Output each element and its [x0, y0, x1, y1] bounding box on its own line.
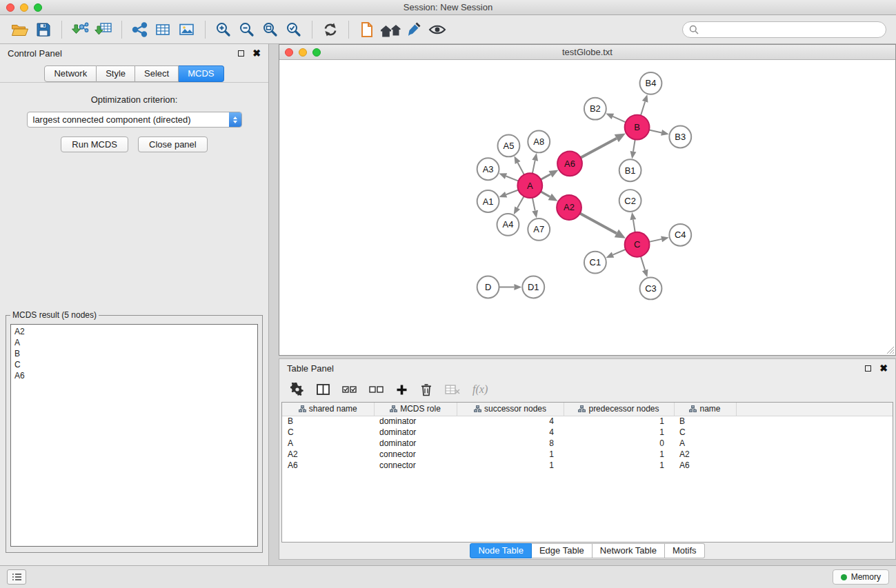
node-C3[interactable]: C3 [640, 278, 662, 300]
export-image-button[interactable] [175, 19, 199, 41]
table-row[interactable]: Adominator80A [282, 438, 893, 449]
tab-network-table[interactable]: Network Table [593, 543, 665, 558]
node-A1[interactable]: A1 [477, 190, 499, 212]
edge-A-A3[interactable] [499, 173, 518, 181]
edge-A6-B[interactable] [581, 134, 626, 158]
memory-button[interactable]: Memory [833, 569, 889, 585]
node-B3[interactable]: B3 [669, 126, 691, 148]
home-overview-button[interactable] [379, 19, 402, 41]
float-panel-icon[interactable] [238, 50, 244, 57]
node-C1[interactable]: C1 [584, 252, 606, 274]
close-panel-icon[interactable]: ✖ [252, 50, 261, 57]
mcds-result-item[interactable]: A2 [14, 326, 254, 337]
zoom-network-button[interactable] [312, 48, 321, 57]
delete-column-button[interactable] [420, 383, 432, 396]
mcds-result-item[interactable]: B [14, 348, 254, 359]
table-row[interactable]: Bdominator41B [282, 416, 893, 427]
dropdown-stepper-icon[interactable] [229, 112, 241, 127]
node-B2[interactable]: B2 [584, 98, 606, 120]
close-window-button[interactable] [6, 3, 14, 12]
node-A3[interactable]: A3 [477, 158, 499, 180]
node-D[interactable]: D [477, 276, 499, 298]
export-table-button[interactable] [152, 19, 175, 41]
edge-A-A1[interactable] [499, 190, 518, 197]
tab-edge-table[interactable]: Edge Table [532, 543, 593, 558]
edge-A-A6[interactable] [541, 170, 558, 179]
tab-motifs[interactable]: Motifs [665, 543, 705, 558]
run-mcds-button[interactable]: Run MCDS [61, 136, 128, 152]
tab-network[interactable]: Network [44, 65, 97, 82]
column-layout-button[interactable] [317, 384, 330, 395]
node-A4[interactable]: A4 [497, 214, 519, 236]
zoom-selected-button[interactable] [282, 19, 306, 41]
column-header-predecessor-nodes[interactable]: predecessor nodes [564, 403, 674, 416]
node-A7[interactable]: A7 [528, 219, 550, 241]
close-network-button[interactable] [285, 48, 293, 57]
function-builder-button[interactable]: f(x) [472, 383, 488, 396]
node-C4[interactable]: C4 [669, 224, 691, 246]
save-session-button[interactable] [32, 19, 55, 41]
edge-B-B2[interactable] [606, 114, 626, 123]
mcds-result-item[interactable]: A [14, 337, 254, 348]
table-row[interactable]: A2connector11A2 [282, 449, 893, 460]
refresh-layout-button[interactable] [319, 19, 342, 41]
minimize-window-button[interactable] [20, 3, 28, 12]
tab-style[interactable]: Style [97, 65, 135, 82]
zoom-out-button[interactable] [235, 19, 259, 41]
float-table-panel-icon[interactable] [865, 365, 871, 372]
deselect-all-button[interactable] [369, 385, 384, 394]
edge-A-A8[interactable] [532, 153, 538, 174]
zoom-window-button[interactable] [34, 3, 42, 12]
tab-mcds[interactable]: MCDS [179, 65, 223, 82]
style-brush-button[interactable] [402, 19, 426, 41]
network-graph[interactable]: B4B2BB3A5A8A6B1A3AA1C2A2A4A7C4C1CC3DD1 [279, 60, 895, 355]
node-A6[interactable]: A6 [557, 151, 582, 176]
node-D1[interactable]: D1 [522, 276, 544, 298]
node-B4[interactable]: B4 [640, 72, 662, 94]
node-A5[interactable]: A5 [498, 134, 520, 156]
criterion-dropdown[interactable]: largest connected component (directed) [27, 112, 242, 128]
mcds-result-list[interactable]: A2ABCA6 [10, 324, 258, 547]
import-table-file-button[interactable] [92, 19, 115, 41]
tab-node-table[interactable]: Node Table [470, 543, 532, 558]
node-A8[interactable]: A8 [528, 131, 550, 153]
edge-C-C4[interactable] [649, 236, 669, 242]
column-header-successor-nodes[interactable]: successor nodes [457, 403, 564, 416]
zoom-fit-button[interactable] [259, 19, 282, 41]
show-hide-eye-button[interactable] [426, 19, 449, 41]
node-C[interactable]: C [625, 232, 650, 257]
mcds-result-item[interactable]: C [14, 359, 254, 370]
table-row[interactable]: Cdominator41C [282, 427, 893, 438]
edge-A-A7[interactable] [532, 198, 538, 219]
search-box[interactable] [682, 21, 886, 38]
node-A2[interactable]: A2 [557, 195, 581, 220]
resize-grip-icon[interactable] [886, 346, 895, 354]
node-A[interactable]: A [517, 173, 542, 198]
close-table-panel-icon[interactable]: ✖ [879, 365, 888, 372]
edge-A-A2[interactable] [541, 192, 558, 201]
edge-B-B1[interactable] [630, 139, 637, 159]
import-network-file-button[interactable] [68, 19, 92, 41]
show-panels-button[interactable] [7, 569, 26, 585]
close-panel-button[interactable]: Close panel [138, 136, 208, 152]
minimize-network-button[interactable] [299, 48, 307, 57]
session-document-button[interactable] [355, 19, 379, 41]
network-canvas[interactable]: B4B2BB3A5A8A6B1A3AA1C2A2A4A7C4C1CC3DD1 [279, 60, 895, 355]
table-settings-button[interactable] [290, 383, 304, 396]
node-C2[interactable]: C2 [619, 190, 641, 212]
column-header-shared-name[interactable]: shared name [282, 403, 374, 416]
zoom-in-button[interactable] [212, 19, 235, 41]
mcds-result-item[interactable]: A6 [14, 370, 254, 381]
open-session-button[interactable] [8, 19, 32, 41]
tab-select[interactable]: Select [135, 65, 179, 82]
edge-D-D1[interactable] [499, 284, 522, 290]
select-all-button[interactable] [342, 385, 357, 394]
table-row[interactable]: A6connector11A6 [282, 460, 893, 471]
edge-B-B3[interactable] [649, 130, 669, 136]
edge-C-C3[interactable] [641, 256, 648, 277]
node-B1[interactable]: B1 [619, 159, 641, 181]
search-input[interactable] [702, 25, 879, 34]
edge-C-C2[interactable] [630, 212, 637, 232]
edge-B-B4[interactable] [641, 94, 648, 115]
edge-A-A5[interactable] [514, 156, 524, 174]
